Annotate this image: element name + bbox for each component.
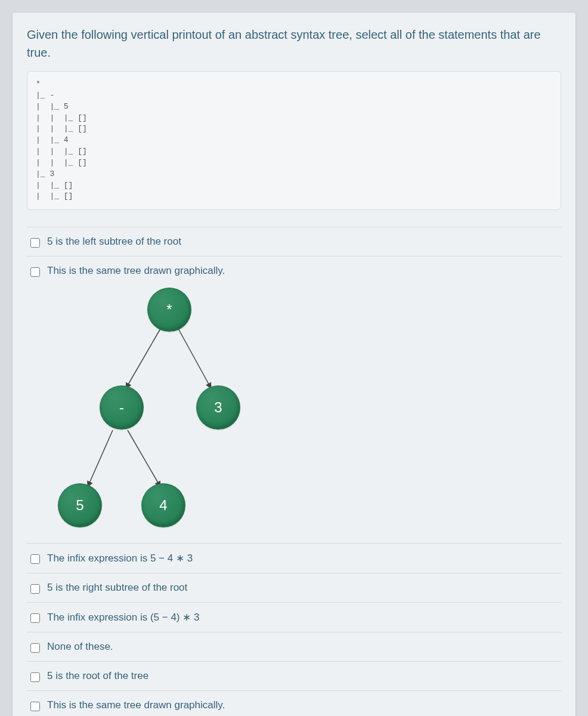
option-label-7: This is the same tree drawn graphically. xyxy=(47,699,558,711)
option-2[interactable]: The infix expression is 5 − 4 ∗ 3 xyxy=(27,543,561,573)
option-checkbox-4[interactable] xyxy=(30,613,40,623)
option-checkbox-2[interactable] xyxy=(30,554,40,564)
option-6[interactable]: 5 is the root of the tree xyxy=(27,661,561,690)
tree-node-leftright: 4 xyxy=(141,483,185,527)
ast-printout: * |_ - | |_ 5 | | |_ [] | | |_ [] | |_ 4… xyxy=(27,71,561,210)
svg-line-1 xyxy=(178,329,211,388)
answer-options: 5 is the left subtree of the root This i… xyxy=(27,227,561,716)
option-checkbox-6[interactable] xyxy=(30,672,40,682)
option-checkbox-3[interactable] xyxy=(30,584,40,594)
option-checkbox-7[interactable] xyxy=(30,702,40,711)
tree-node-left: - xyxy=(100,385,144,430)
tree-node-right: 3 xyxy=(196,385,240,430)
option-0[interactable]: 5 is the left subtree of the root xyxy=(27,227,561,256)
option-label-2: The infix expression is 5 − 4 ∗ 3 xyxy=(47,552,558,564)
option-label-5: None of these. xyxy=(47,641,558,653)
svg-line-0 xyxy=(126,329,160,388)
option-7[interactable]: This is the same tree drawn graphically. xyxy=(27,690,561,716)
option-5[interactable]: None of these. xyxy=(27,632,561,661)
question-card: Given the following vertical printout of… xyxy=(12,12,576,716)
option-checkbox-1[interactable] xyxy=(30,267,40,277)
option-label-1: This is the same tree drawn graphically. xyxy=(47,265,225,276)
option-label-6: 5 is the root of the tree xyxy=(47,670,558,682)
svg-line-2 xyxy=(88,430,113,487)
option-3[interactable]: 5 is the right subtree of the root xyxy=(27,573,561,602)
question-prompt: Given the following vertical printout of… xyxy=(27,26,561,61)
option-label-4: The infix expression is (5 − 4) ∗ 3 xyxy=(47,611,558,624)
tree-node-root: * xyxy=(147,288,191,332)
option-label-0: 5 is the left subtree of the root xyxy=(47,236,558,248)
svg-line-3 xyxy=(128,430,160,487)
tree-node-leftleft: 5 xyxy=(58,483,102,527)
option-4[interactable]: The infix expression is (5 − 4) ∗ 3 xyxy=(27,602,561,632)
option-1[interactable]: This is the same tree drawn graphically. xyxy=(27,256,561,543)
tree-diagram: * - 3 5 4 xyxy=(47,284,250,535)
option-label-3: 5 is the right subtree of the root xyxy=(47,582,558,594)
option-checkbox-5[interactable] xyxy=(30,643,40,653)
option-checkbox-0[interactable] xyxy=(30,238,40,248)
